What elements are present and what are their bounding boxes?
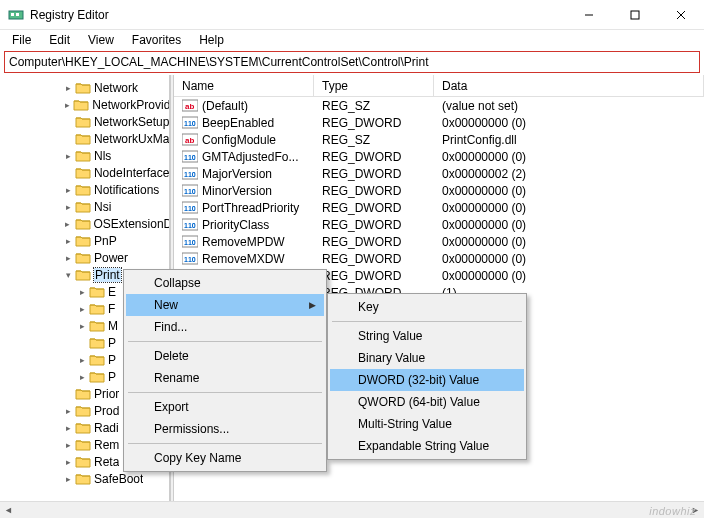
scroll-track[interactable] [17, 502, 687, 518]
tree-item[interactable]: ▸Power [0, 249, 169, 266]
title-bar: Registry Editor [0, 0, 704, 30]
ctx-copy-key-name[interactable]: Copy Key Name [126, 447, 324, 469]
menu-favorites[interactable]: Favorites [124, 31, 189, 49]
chevron-right-icon[interactable]: ▸ [76, 287, 88, 297]
separator [332, 321, 522, 322]
ctx-new-key[interactable]: Key [330, 296, 524, 318]
ctx-rename[interactable]: Rename [126, 367, 324, 389]
menu-file[interactable]: File [4, 31, 39, 49]
folder-icon [75, 268, 91, 281]
ctx-new-dword32[interactable]: DWORD (32-bit) Value [330, 369, 524, 391]
list-row[interactable]: 110BeepEnabledREG_DWORD0x00000000 (0) [174, 114, 704, 131]
ctx-permissions[interactable]: Permissions... [126, 418, 324, 440]
number-value-icon: 110 [182, 218, 198, 231]
tree-item[interactable]: NetworkUxMa [0, 130, 169, 147]
chevron-right-icon[interactable]: ▸ [62, 406, 74, 416]
tree-label: Radi [94, 421, 119, 435]
ctx-new-expandstring[interactable]: Expandable String Value [330, 435, 524, 457]
chevron-right-icon[interactable]: ▸ [76, 304, 88, 314]
tree-item[interactable]: NodeInterface [0, 164, 169, 181]
address-bar[interactable]: Computer\HKEY_LOCAL_MACHINE\SYSTEM\Curre… [4, 51, 700, 73]
list-row[interactable]: 110GMTAdjustedFo...REG_DWORD0x00000000 (… [174, 148, 704, 165]
ctx-collapse[interactable]: Collapse [126, 272, 324, 294]
separator [128, 443, 322, 444]
chevron-right-icon[interactable]: ▸ [62, 151, 74, 161]
list-row[interactable]: ab(Default)REG_SZ(value not set) [174, 97, 704, 114]
minimize-button[interactable] [566, 0, 612, 29]
chevron-right-icon[interactable]: ▸ [62, 83, 74, 93]
horizontal-scrollbar[interactable]: ◄ ► [0, 501, 704, 518]
list-header: Name Type Data [174, 75, 704, 97]
value-type: REG_DWORD [314, 235, 434, 249]
value-data: PrintConfig.dll [434, 133, 704, 147]
list-row[interactable]: abConfigModuleREG_SZPrintConfig.dll [174, 131, 704, 148]
tree-label: Print [94, 268, 121, 282]
value-name: RemoveMXDW [202, 252, 285, 266]
tree-label: F [108, 302, 115, 316]
ctx-export[interactable]: Export [126, 396, 324, 418]
tree-item[interactable]: ▸OSExtensionD [0, 215, 169, 232]
list-row[interactable]: 110MinorVersionREG_DWORD0x00000000 (0) [174, 182, 704, 199]
chevron-right-icon[interactable]: ▸ [62, 253, 74, 263]
tree-label: P [108, 370, 116, 384]
chevron-down-icon[interactable]: ▾ [62, 270, 74, 280]
chevron-right-icon[interactable]: ▸ [62, 440, 74, 450]
list-row[interactable]: 110PriorityClassREG_DWORD0x00000000 (0) [174, 216, 704, 233]
chevron-right-icon[interactable]: ▸ [62, 474, 74, 484]
folder-icon [75, 472, 91, 485]
tree-label: Nsi [94, 200, 111, 214]
tree-label: M [108, 319, 118, 333]
chevron-right-icon[interactable]: ▸ [76, 321, 88, 331]
tree-label: Rem [94, 438, 119, 452]
number-value-icon: 110 [182, 201, 198, 214]
list-row[interactable]: 110RemoveMXDWREG_DWORD0x00000000 (0) [174, 250, 704, 267]
chevron-right-icon[interactable]: ▸ [76, 372, 88, 382]
ctx-find[interactable]: Find... [126, 316, 324, 338]
menu-edit[interactable]: Edit [41, 31, 78, 49]
tree-item[interactable]: ▸Notifications [0, 181, 169, 198]
ctx-new-qword64[interactable]: QWORD (64-bit) Value [330, 391, 524, 413]
list-row[interactable]: 110MajorVersionREG_DWORD0x00000002 (2) [174, 165, 704, 182]
tree-item[interactable]: ▸NetworkProvider [0, 96, 169, 113]
col-header-data[interactable]: Data [434, 75, 704, 96]
ctx-new-string[interactable]: String Value [330, 325, 524, 347]
value-data: 0x00000000 (0) [434, 252, 704, 266]
svg-rect-4 [631, 11, 639, 19]
tree-item[interactable]: ▸Nls [0, 147, 169, 164]
chevron-right-icon[interactable]: ▸ [76, 355, 88, 365]
value-name: ConfigModule [202, 133, 276, 147]
folder-icon [75, 183, 91, 196]
scroll-left-icon[interactable]: ◄ [0, 502, 17, 518]
close-button[interactable] [658, 0, 704, 29]
chevron-right-icon[interactable]: ▸ [62, 457, 74, 467]
tree-item[interactable]: ▸PnP [0, 232, 169, 249]
tree-item[interactable]: ▸Network [0, 79, 169, 96]
separator [128, 392, 322, 393]
chevron-right-icon[interactable]: ▸ [62, 219, 74, 229]
menu-view[interactable]: View [80, 31, 122, 49]
menu-help[interactable]: Help [191, 31, 232, 49]
folder-icon [75, 234, 91, 247]
col-header-name[interactable]: Name [174, 75, 314, 96]
chevron-right-icon[interactable]: ▸ [62, 185, 74, 195]
maximize-button[interactable] [612, 0, 658, 29]
folder-icon [75, 200, 91, 213]
ctx-new-binary[interactable]: Binary Value [330, 347, 524, 369]
number-value-icon: 110 [182, 252, 198, 265]
ctx-delete[interactable]: Delete [126, 345, 324, 367]
tree-item[interactable]: ▸Nsi [0, 198, 169, 215]
chevron-right-icon[interactable]: ▸ [62, 236, 74, 246]
list-row[interactable]: 110RemoveMPDWREG_DWORD0x00000000 (0) [174, 233, 704, 250]
col-header-type[interactable]: Type [314, 75, 434, 96]
tree-item[interactable]: ▸SafeBoot [0, 470, 169, 487]
chevron-right-icon[interactable]: ▸ [62, 423, 74, 433]
folder-icon [75, 438, 91, 451]
ctx-new[interactable]: New▶ [126, 294, 324, 316]
tree-item[interactable]: NetworkSetup [0, 113, 169, 130]
list-row[interactable]: 110PortThreadPriorityREG_DWORD0x00000000… [174, 199, 704, 216]
chevron-right-icon[interactable]: ▸ [62, 100, 72, 110]
chevron-right-icon[interactable]: ▸ [62, 202, 74, 212]
svg-text:110: 110 [184, 256, 196, 263]
ctx-new-multistring[interactable]: Multi-String Value [330, 413, 524, 435]
folder-icon [75, 149, 91, 162]
